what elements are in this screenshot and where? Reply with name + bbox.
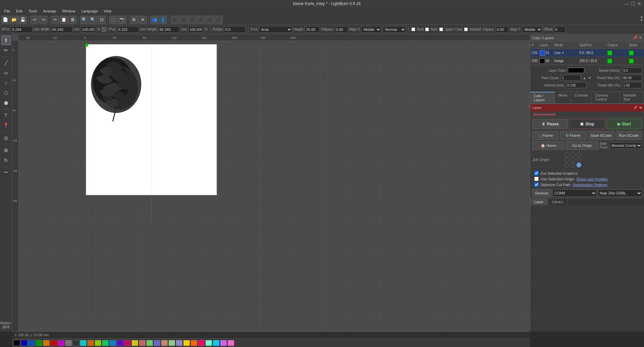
- tab-variable-text[interactable]: Variable Text: [620, 92, 644, 103]
- color-chip[interactable]: [72, 340, 79, 346]
- offset-input[interactable]: [554, 26, 565, 33]
- speed-input[interactable]: [622, 67, 642, 73]
- draw-rect-tool[interactable]: ▭: [1, 68, 11, 77]
- maximize-button[interactable]: ☐: [631, 1, 635, 6]
- origin-tl[interactable]: [564, 152, 569, 157]
- start-from-select[interactable]: Absolute Coords Current Position User Or…: [610, 142, 642, 149]
- color-chip[interactable]: [228, 340, 234, 346]
- open-button[interactable]: 📂: [10, 16, 18, 24]
- canvas-area[interactable]: -80 -40 0 40 80 120 160 200 240 280 0 40…: [12, 34, 530, 332]
- cut-selected-checkbox[interactable]: [534, 171, 539, 175]
- tab-move[interactable]: Move: [555, 92, 571, 103]
- ungroup-button[interactable]: 👤: [159, 16, 167, 24]
- com-select[interactable]: COM9 COM1 COM3: [553, 189, 597, 197]
- xpos-input[interactable]: [11, 26, 33, 33]
- align-right-button[interactable]: ⬛: [188, 16, 196, 24]
- mode-dropdown-icon[interactable]: ▼: [561, 51, 564, 55]
- zoom-in-button[interactable]: 🔍: [80, 16, 88, 24]
- settings-button[interactable]: ⚙: [130, 16, 138, 24]
- go-origin-button[interactable]: Go to Origin: [566, 141, 598, 150]
- draw-line-tool[interactable]: ╱: [1, 58, 11, 67]
- color-chip[interactable]: [132, 340, 138, 346]
- power-max-input[interactable]: [622, 75, 642, 81]
- color-chip[interactable]: [191, 340, 197, 346]
- color-chip[interactable]: [205, 340, 212, 346]
- hspace-input[interactable]: [335, 26, 348, 33]
- save-button[interactable]: 💾: [19, 16, 27, 24]
- tab-laser[interactable]: Laser: [530, 198, 548, 205]
- device-select[interactable]: Neje 20w GRBL: [598, 189, 642, 197]
- save-gcode-button[interactable]: Save GCode: [588, 131, 614, 140]
- color-chip[interactable]: [102, 340, 109, 346]
- select-button[interactable]: ⬚: [109, 16, 117, 24]
- color-chip[interactable]: [168, 340, 175, 346]
- origin-mr[interactable]: [577, 157, 581, 162]
- color-chip[interactable]: [109, 340, 116, 346]
- start-button[interactable]: ▶ Start: [606, 119, 642, 129]
- menu-language[interactable]: Language: [79, 8, 101, 14]
- zoom-out-button[interactable]: 🔍: [89, 16, 97, 24]
- color-chip[interactable]: [117, 340, 123, 346]
- layer-color-picker[interactable]: [568, 68, 585, 73]
- origin-mc[interactable]: [571, 157, 575, 162]
- interval-input[interactable]: [566, 82, 586, 88]
- menu-edit[interactable]: Edit: [13, 8, 25, 14]
- tab-library[interactable]: Library: [548, 198, 568, 205]
- draw-circle-tool[interactable]: ○: [1, 78, 11, 88]
- color-chip[interactable]: [21, 340, 28, 346]
- ypos-input[interactable]: [117, 26, 139, 33]
- close-button[interactable]: ✕: [637, 1, 641, 6]
- align-center-button[interactable]: ⬛: [180, 16, 188, 24]
- align-bottom-button[interactable]: ⬛: [214, 16, 222, 24]
- frame2-button[interactable]: ↻ Frame: [560, 131, 587, 140]
- origin-bc[interactable]: [571, 163, 575, 167]
- origin-ml[interactable]: [564, 157, 569, 162]
- measure-tool[interactable]: ◎: [1, 133, 11, 142]
- menu-tools[interactable]: Tools: [26, 8, 40, 14]
- origin-bl[interactable]: [564, 163, 569, 167]
- rotate-input[interactable]: [224, 26, 246, 33]
- cut-button[interactable]: ✂: [51, 16, 59, 24]
- contour-tool[interactable]: 〜: [1, 168, 11, 177]
- layer-row[interactable]: C01 01 Line ▼ 5.0 / 80.0: [530, 49, 644, 57]
- select-tool[interactable]: ⬆: [1, 36, 11, 45]
- text-tool[interactable]: T: [1, 111, 11, 120]
- capture-button[interactable]: 📷: [118, 16, 126, 24]
- color-chip[interactable]: [87, 340, 94, 346]
- run-gcode-button[interactable]: Run GCode: [615, 131, 642, 140]
- redo-button[interactable]: ↪: [39, 16, 47, 24]
- color-chip[interactable]: [65, 340, 72, 346]
- upper-checkbox[interactable]: [439, 27, 443, 31]
- grid-tool[interactable]: ⊞: [1, 146, 11, 155]
- color-chip[interactable]: [95, 340, 101, 346]
- delete-button[interactable]: 🗑: [68, 16, 77, 24]
- layer-show-led[interactable]: [629, 59, 634, 63]
- tab-cuts-layers[interactable]: Cuts / Layers: [530, 92, 555, 103]
- scroll-down-btn[interactable]: ▼: [640, 18, 643, 22]
- layer-output-led[interactable]: [607, 59, 612, 63]
- color-chip[interactable]: [220, 340, 227, 346]
- zoom-fit-button[interactable]: ⊡: [98, 16, 106, 24]
- color-chip[interactable]: [58, 340, 64, 346]
- use-selection-checkbox[interactable]: [534, 177, 539, 181]
- menu-help[interactable]: Help: [101, 8, 114, 14]
- tab-camera[interactable]: Camera Control: [592, 92, 620, 103]
- origin-tr[interactable]: [577, 152, 581, 157]
- height2-input[interactable]: [305, 26, 320, 33]
- stop-button[interactable]: ⏹ Stop: [569, 119, 605, 129]
- optimization-settings-button[interactable]: Optimization Settings: [573, 183, 607, 187]
- color-chip[interactable]: [36, 340, 42, 346]
- origin-tc[interactable]: [571, 152, 575, 157]
- pass-count-stepper-up[interactable]: ▲: [583, 76, 586, 80]
- home-button[interactable]: 🏠 Home: [532, 141, 564, 150]
- close-panel-icon[interactable]: ✕: [639, 36, 642, 40]
- origin-br[interactable]: [577, 163, 581, 167]
- color-chip[interactable]: [43, 340, 50, 346]
- color-chip[interactable]: [124, 340, 131, 346]
- tab-console[interactable]: Console: [571, 92, 592, 103]
- color-chip[interactable]: [161, 340, 168, 346]
- position-tool[interactable]: 📍: [1, 121, 11, 130]
- align-left-button[interactable]: ⬛: [171, 16, 179, 24]
- color-chip[interactable]: [80, 340, 87, 346]
- color-chip[interactable]: [183, 340, 190, 346]
